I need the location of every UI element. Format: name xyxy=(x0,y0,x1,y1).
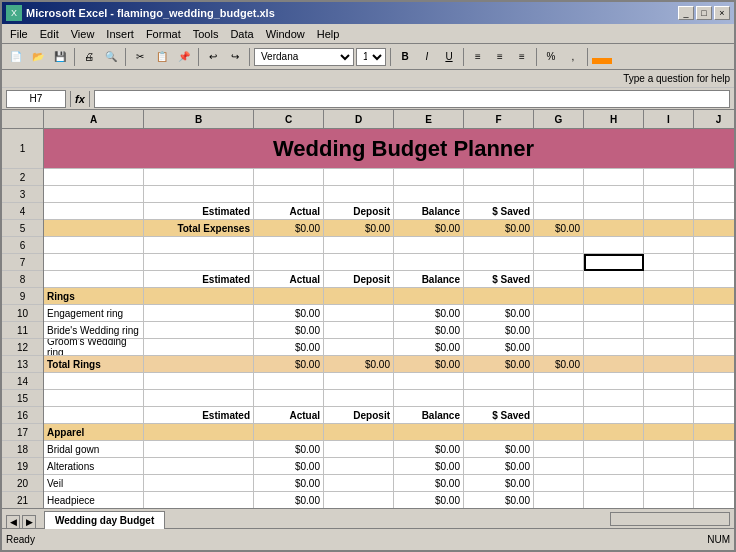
cell-r3-c3[interactable] xyxy=(324,186,394,203)
cell-r17-c5[interactable] xyxy=(464,424,534,441)
cell-r14-c8[interactable] xyxy=(644,373,694,390)
cell-r2-c5[interactable] xyxy=(464,169,534,186)
cell-r12-c3[interactable] xyxy=(324,339,394,356)
cell-r3-c9[interactable] xyxy=(694,186,734,203)
cell-r20-c1[interactable] xyxy=(144,475,254,492)
comma-button[interactable]: , xyxy=(563,47,583,67)
cell-r12-c8[interactable] xyxy=(644,339,694,356)
row-header-15[interactable]: 15 xyxy=(2,390,43,407)
row-header-21[interactable]: 21 xyxy=(2,492,43,508)
cell-r10-c2[interactable]: $0.00 xyxy=(254,305,324,322)
font-selector[interactable]: Verdana xyxy=(254,48,354,66)
cell-r8-c0[interactable] xyxy=(44,271,144,288)
cell-r10-c0[interactable]: Engagement ring xyxy=(44,305,144,322)
cell-r8-c2[interactable]: Actual xyxy=(254,271,324,288)
title-cell[interactable]: Wedding Budget Planner xyxy=(44,129,734,169)
cell-r11-c0[interactable]: Bride's Wedding ring xyxy=(44,322,144,339)
cell-r7-c2[interactable] xyxy=(254,254,324,271)
cell-r21-c8[interactable] xyxy=(644,492,694,508)
print-button[interactable]: 🖨 xyxy=(79,47,99,67)
sheet-tab-wedding-day-budget[interactable]: Wedding day Budget xyxy=(44,511,165,529)
cell-r20-c4[interactable]: $0.00 xyxy=(394,475,464,492)
cell-r6-c8[interactable] xyxy=(644,237,694,254)
row-header-19[interactable]: 19 xyxy=(2,458,43,475)
row-header-6[interactable]: 6 xyxy=(2,237,43,254)
cell-r4-c6[interactable] xyxy=(534,203,584,220)
cell-r9-c2[interactable] xyxy=(254,288,324,305)
cell-r18-c1[interactable] xyxy=(144,441,254,458)
cell-r7-c9[interactable] xyxy=(694,254,734,271)
cell-r12-c7[interactable] xyxy=(584,339,644,356)
cell-r17-c2[interactable] xyxy=(254,424,324,441)
cell-r11-c5[interactable]: $0.00 xyxy=(464,322,534,339)
cell-r13-c1[interactable] xyxy=(144,356,254,373)
cell-r14-c6[interactable] xyxy=(534,373,584,390)
align-center-button[interactable]: ≡ xyxy=(490,47,510,67)
cell-r16-c3[interactable]: Deposit xyxy=(324,407,394,424)
cell-r20-c7[interactable] xyxy=(584,475,644,492)
cell-r13-c8[interactable] xyxy=(644,356,694,373)
tab-scroll-right[interactable]: ▶ xyxy=(22,515,36,529)
cell-r19-c8[interactable] xyxy=(644,458,694,475)
menu-view[interactable]: View xyxy=(65,26,101,42)
menu-format[interactable]: Format xyxy=(140,26,187,42)
undo-button[interactable]: ↩ xyxy=(203,47,223,67)
col-header-A[interactable]: A xyxy=(44,110,144,128)
cell-r18-c3[interactable] xyxy=(324,441,394,458)
cell-r9-c4[interactable] xyxy=(394,288,464,305)
cell-r4-c3[interactable]: Deposit xyxy=(324,203,394,220)
cell-r18-c7[interactable] xyxy=(584,441,644,458)
underline-button[interactable]: U xyxy=(439,47,459,67)
cell-r15-c0[interactable] xyxy=(44,390,144,407)
cell-r8-c6[interactable] xyxy=(534,271,584,288)
cell-r8-c3[interactable]: Deposit xyxy=(324,271,394,288)
cell-r15-c2[interactable] xyxy=(254,390,324,407)
cell-r4-c1[interactable]: Estimated xyxy=(144,203,254,220)
menu-data[interactable]: Data xyxy=(224,26,259,42)
cell-r19-c6[interactable] xyxy=(534,458,584,475)
menu-edit[interactable]: Edit xyxy=(34,26,65,42)
row-header-1[interactable]: 1 xyxy=(2,129,43,169)
cell-r20-c8[interactable] xyxy=(644,475,694,492)
cell-r16-c0[interactable] xyxy=(44,407,144,424)
fill-color-button[interactable] xyxy=(592,58,612,64)
scrollbar-h[interactable] xyxy=(610,512,730,526)
col-header-G[interactable]: G xyxy=(534,110,584,128)
cell-r9-c7[interactable] xyxy=(584,288,644,305)
align-left-button[interactable]: ≡ xyxy=(468,47,488,67)
cell-r14-c5[interactable] xyxy=(464,373,534,390)
cell-r21-c1[interactable] xyxy=(144,492,254,508)
cell-r15-c5[interactable] xyxy=(464,390,534,407)
cell-r20-c5[interactable]: $0.00 xyxy=(464,475,534,492)
cell-r8-c8[interactable] xyxy=(644,271,694,288)
cell-r15-c4[interactable] xyxy=(394,390,464,407)
menu-insert[interactable]: Insert xyxy=(100,26,140,42)
cell-r12-c4[interactable]: $0.00 xyxy=(394,339,464,356)
cell-r11-c6[interactable] xyxy=(534,322,584,339)
cell-r15-c6[interactable] xyxy=(534,390,584,407)
cell-r2-c7[interactable] xyxy=(584,169,644,186)
cell-r10-c5[interactable]: $0.00 xyxy=(464,305,534,322)
col-header-H[interactable]: H xyxy=(584,110,644,128)
cell-r10-c4[interactable]: $0.00 xyxy=(394,305,464,322)
menu-help[interactable]: Help xyxy=(311,26,346,42)
cell-r17-c7[interactable] xyxy=(584,424,644,441)
cell-r20-c2[interactable]: $0.00 xyxy=(254,475,324,492)
row-header-2[interactable]: 2 xyxy=(2,169,43,186)
cell-r3-c8[interactable] xyxy=(644,186,694,203)
cell-r5-c2[interactable]: $0.00 xyxy=(254,220,324,237)
cell-r17-c6[interactable] xyxy=(534,424,584,441)
maximize-button[interactable]: □ xyxy=(696,6,712,20)
cell-r20-c6[interactable] xyxy=(534,475,584,492)
italic-button[interactable]: I xyxy=(417,47,437,67)
cell-r5-c3[interactable]: $0.00 xyxy=(324,220,394,237)
tab-scroll-left[interactable]: ◀ xyxy=(6,515,20,529)
cell-r2-c3[interactable] xyxy=(324,169,394,186)
save-button[interactable]: 💾 xyxy=(50,47,70,67)
cell-r14-c9[interactable] xyxy=(694,373,734,390)
col-header-I[interactable]: I xyxy=(644,110,694,128)
cell-r7-c7[interactable] xyxy=(584,254,644,271)
cell-r16-c6[interactable] xyxy=(534,407,584,424)
cell-r21-c6[interactable] xyxy=(534,492,584,508)
row-header-11[interactable]: 11 xyxy=(2,322,43,339)
